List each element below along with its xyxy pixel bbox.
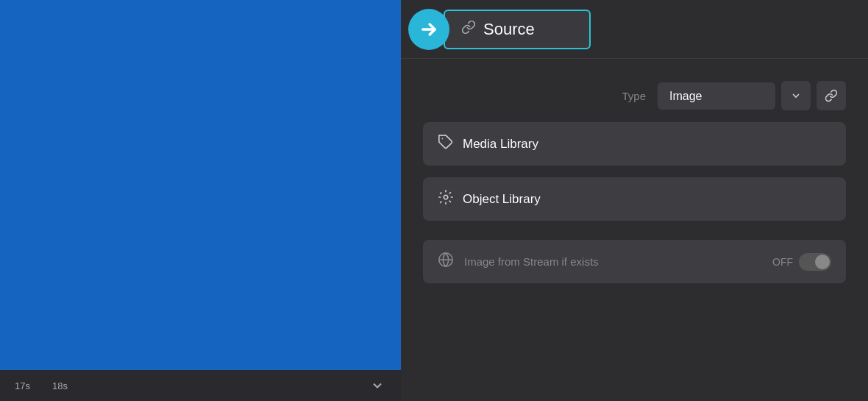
stream-toggle[interactable] xyxy=(799,253,831,271)
type-row: Type Image xyxy=(423,81,846,110)
toggle-off-label: OFF xyxy=(772,256,793,268)
source-tab[interactable]: Source xyxy=(444,10,591,49)
timeline-marker-1: 17s xyxy=(15,380,30,391)
object-library-button[interactable]: Object Library xyxy=(423,177,846,221)
type-select-wrapper: Image xyxy=(658,81,846,110)
media-library-button[interactable]: Media Library xyxy=(423,122,846,166)
canvas-content xyxy=(0,0,401,370)
object-library-label: Object Library xyxy=(463,192,541,207)
globe-icon xyxy=(438,252,454,272)
stream-row: Image from Stream if exists OFF xyxy=(423,240,846,283)
type-link-icon[interactable] xyxy=(817,81,846,110)
link-icon xyxy=(461,20,476,38)
right-panel: Source Type Image xyxy=(401,0,868,401)
content-area: Type Image xyxy=(401,59,868,401)
media-library-label: Media Library xyxy=(463,137,538,152)
canvas-panel: 17s 18s xyxy=(0,0,401,401)
toggle-knob xyxy=(815,255,830,269)
source-tab-label: Source xyxy=(483,20,535,39)
timeline-marker-2: 18s xyxy=(52,380,68,391)
stream-label: Image from Stream if exists xyxy=(464,255,762,268)
dropdown-arrow-icon[interactable] xyxy=(781,81,811,110)
media-library-icon xyxy=(438,134,454,154)
header-area: Source xyxy=(401,0,868,59)
arrow-button[interactable] xyxy=(408,9,449,50)
toggle-wrapper: OFF xyxy=(772,253,831,271)
chevron-down-icon[interactable] xyxy=(369,377,386,394)
object-library-icon xyxy=(438,189,454,209)
type-select[interactable]: Image xyxy=(658,82,775,110)
svg-point-2 xyxy=(444,195,448,199)
type-label: Type xyxy=(622,90,646,102)
timeline-bar: 17s 18s xyxy=(0,370,401,401)
